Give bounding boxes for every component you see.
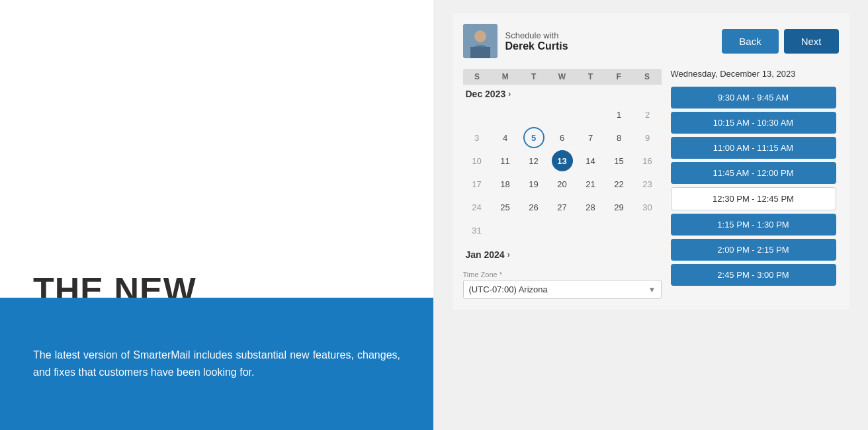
cal-cell xyxy=(466,104,488,125)
cal-cell-13-selected[interactable]: 13 xyxy=(552,150,573,171)
cal-cell xyxy=(523,220,544,241)
time-slot-2[interactable]: 11:00 AM - 11:15 AM xyxy=(671,137,836,159)
time-slot-3[interactable]: 11:45 AM - 12:00 PM xyxy=(671,162,836,184)
schedule-with-label: Schedule with xyxy=(505,30,568,40)
cal-cell-10[interactable]: 10 xyxy=(466,150,488,171)
scheduler-profile: Schedule with Derek Curtis xyxy=(463,24,568,58)
timezone-label: Time Zone * xyxy=(463,271,662,279)
cal-cell-31[interactable]: 31 xyxy=(466,220,488,241)
next-button[interactable]: Next xyxy=(784,29,839,54)
cal-cell xyxy=(552,104,573,125)
day-label-t1: T xyxy=(519,69,548,85)
timeslots-list: 9:30 AM - 9:45 AM 10:15 AM - 10:30 AM 11… xyxy=(671,87,839,286)
scheduler-widget: Schedule with Derek Curtis Back Next S M… xyxy=(453,13,849,310)
cal-cell-11[interactable]: 11 xyxy=(495,150,516,171)
cal-cell xyxy=(609,220,630,241)
time-slot-7[interactable]: 2:45 PM - 3:00 PM xyxy=(671,264,836,286)
blue-band: The latest version of SmarterMail includ… xyxy=(0,298,433,430)
cal-cell xyxy=(637,220,658,241)
cal-grid-dec: 1 2 3 4 5 6 7 8 9 10 11 12 13 xyxy=(463,103,662,241)
cal-cell xyxy=(552,220,573,241)
back-button[interactable]: Back xyxy=(722,29,778,54)
month-dec-2023: Dec 2023 › 1 2 3 4 xyxy=(463,85,662,241)
day-label-w: W xyxy=(548,69,576,85)
cal-cell xyxy=(580,220,601,241)
day-label-t2: T xyxy=(576,69,605,85)
timezone-select-wrap: (UTC-07:00) Arizona (UTC-08:00) Pacific … xyxy=(463,280,662,299)
description: The latest version of SmarterMail includ… xyxy=(33,347,400,380)
time-slot-0[interactable]: 9:30 AM - 9:45 AM xyxy=(671,87,836,108)
avatar-image xyxy=(463,24,498,58)
cal-cell-29[interactable]: 29 xyxy=(609,196,630,218)
time-slot-1[interactable]: 10:15 AM - 10:30 AM xyxy=(671,112,836,134)
right-panel: Schedule with Derek Curtis Back Next S M… xyxy=(433,0,868,430)
cal-cell-17[interactable]: 17 xyxy=(466,173,488,194)
month-jan-2024: Jan 2024 › xyxy=(463,245,662,264)
timeslots-section: Wednesday, December 13, 2023 9:30 AM - 9… xyxy=(662,69,839,299)
cal-cell-14[interactable]: 14 xyxy=(580,150,601,171)
cal-cell-30[interactable]: 30 xyxy=(637,196,658,218)
cal-cell-27[interactable]: 27 xyxy=(552,196,573,218)
scheduler-body: S M T W T F S Dec 2023 › xyxy=(463,69,839,299)
cal-cell xyxy=(523,104,544,125)
calendar-section: S M T W T F S Dec 2023 › xyxy=(463,69,662,299)
month-title-dec: Dec 2023 › xyxy=(463,85,662,103)
cal-cell-1[interactable]: 1 xyxy=(609,104,630,125)
cal-cell-3[interactable]: 3 xyxy=(466,127,488,148)
svg-point-1 xyxy=(474,30,486,42)
cal-cell-5-today[interactable]: 5 xyxy=(523,127,544,148)
cal-cell-7[interactable]: 7 xyxy=(580,127,601,148)
month-arrow-jan[interactable]: › xyxy=(507,250,510,259)
cal-cell xyxy=(495,104,516,125)
svg-rect-3 xyxy=(470,47,490,58)
header-buttons: Back Next xyxy=(722,29,838,54)
cal-cell-4[interactable]: 4 xyxy=(495,127,516,148)
cal-cell xyxy=(495,220,516,241)
month-title-jan: Jan 2024 › xyxy=(463,245,662,264)
cal-cell xyxy=(580,104,601,125)
scheduler-header: Schedule with Derek Curtis Back Next xyxy=(463,24,839,58)
cal-cell-28[interactable]: 28 xyxy=(580,196,601,218)
day-label-s1: S xyxy=(463,69,492,85)
time-slot-5[interactable]: 1:15 PM - 1:30 PM xyxy=(671,214,836,236)
cal-cell-15[interactable]: 15 xyxy=(609,150,630,171)
cal-cell-23[interactable]: 23 xyxy=(637,173,658,194)
day-label-f: F xyxy=(605,69,633,85)
selected-date-label: Wednesday, December 13, 2023 xyxy=(671,69,839,81)
calendar-days-header: S M T W T F S xyxy=(463,69,662,85)
time-slot-4-selected[interactable]: 12:30 PM - 12:45 PM xyxy=(671,187,836,210)
cal-cell-6[interactable]: 6 xyxy=(552,127,573,148)
cal-cell-25[interactable]: 25 xyxy=(495,196,516,218)
left-panel: THE NEW SMARTERMAIL Scheduling, Cyren Up… xyxy=(0,0,433,430)
cal-cell-16[interactable]: 16 xyxy=(637,150,658,171)
cal-cell-24[interactable]: 24 xyxy=(466,196,488,218)
time-slot-6[interactable]: 2:00 PM - 2:15 PM xyxy=(671,239,836,261)
timezone-section: Time Zone * (UTC-07:00) Arizona (UTC-08:… xyxy=(463,271,662,299)
cal-cell-8[interactable]: 8 xyxy=(609,127,630,148)
day-label-m: M xyxy=(491,69,519,85)
day-label-s2: S xyxy=(633,69,662,85)
timezone-select[interactable]: (UTC-07:00) Arizona (UTC-08:00) Pacific … xyxy=(463,280,662,299)
cal-cell-19[interactable]: 19 xyxy=(523,173,544,194)
person-name: Derek Curtis xyxy=(505,40,568,52)
cal-cell-12[interactable]: 12 xyxy=(523,150,544,171)
cal-cell-20[interactable]: 20 xyxy=(552,173,573,194)
month-arrow-dec[interactable]: › xyxy=(508,89,511,99)
cal-cell-22[interactable]: 22 xyxy=(609,173,630,194)
cal-cell-26[interactable]: 26 xyxy=(523,196,544,218)
avatar xyxy=(463,24,498,58)
cal-cell-21[interactable]: 21 xyxy=(580,173,601,194)
cal-cell-9[interactable]: 9 xyxy=(637,127,658,148)
profile-info: Schedule with Derek Curtis xyxy=(505,30,568,52)
cal-cell-2[interactable]: 2 xyxy=(637,104,658,125)
cal-cell-18[interactable]: 18 xyxy=(495,173,516,194)
